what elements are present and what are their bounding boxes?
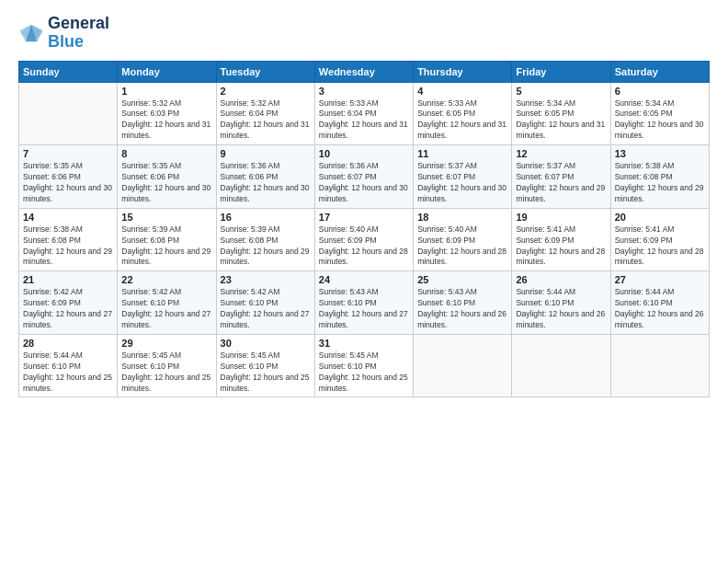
day-number: 8 [121,148,211,159]
weekday-header-tuesday: Tuesday [216,61,314,82]
day-number: 22 [121,274,211,285]
calendar-cell: 8Sunrise: 5:35 AMSunset: 6:06 PMDaylight… [118,145,216,209]
weekday-header-sunday: Sunday [19,61,118,82]
calendar-cell: 4Sunrise: 5:33 AMSunset: 6:05 PMDaylight… [414,82,512,145]
day-info: Sunrise: 5:43 AMSunset: 6:10 PMDaylight:… [417,287,507,331]
day-info: Sunrise: 5:45 AMSunset: 6:10 PMDaylight:… [221,350,311,395]
day-number: 5 [516,86,606,97]
day-number: 19 [516,212,606,223]
week-row-2: 7Sunrise: 5:35 AMSunset: 6:06 PMDaylight… [19,145,710,209]
calendar-cell: 11Sunrise: 5:37 AMSunset: 6:07 PMDayligh… [414,145,512,209]
day-info: Sunrise: 5:42 AMSunset: 6:10 PMDaylight:… [221,287,311,331]
calendar-cell: 15Sunrise: 5:39 AMSunset: 6:08 PMDayligh… [118,208,216,271]
week-row-4: 21Sunrise: 5:42 AMSunset: 6:09 PMDayligh… [19,271,710,335]
calendar-table: SundayMondayTuesdayWednesdayThursdayFrid… [18,61,710,398]
day-number: 21 [23,274,113,285]
day-number: 4 [417,86,507,97]
calendar-cell: 27Sunrise: 5:44 AMSunset: 6:10 PMDayligh… [610,271,709,335]
page: GeneralBlue SundayMondayTuesdayWednesday… [0,0,728,563]
weekday-header-row: SundayMondayTuesdayWednesdayThursdayFrid… [19,61,710,82]
weekday-header-friday: Friday [512,61,610,82]
logo-line1: General [48,15,109,33]
day-number: 25 [417,274,507,285]
day-number: 18 [417,212,507,223]
calendar-cell: 16Sunrise: 5:39 AMSunset: 6:08 PMDayligh… [216,208,314,271]
weekday-header-wednesday: Wednesday [314,61,413,82]
day-number: 7 [23,148,113,159]
day-number: 20 [615,212,705,223]
day-info: Sunrise: 5:39 AMSunset: 6:08 PMDaylight:… [221,224,311,269]
calendar-cell [414,334,512,397]
day-info: Sunrise: 5:45 AMSunset: 6:10 PMDaylight:… [121,350,211,395]
day-info: Sunrise: 5:41 AMSunset: 6:09 PMDaylight:… [516,224,606,269]
day-number: 28 [23,338,113,349]
day-info: Sunrise: 5:33 AMSunset: 6:05 PMDaylight:… [417,98,507,143]
calendar-cell: 22Sunrise: 5:42 AMSunset: 6:10 PMDayligh… [118,271,216,335]
week-row-3: 14Sunrise: 5:38 AMSunset: 6:08 PMDayligh… [19,208,710,271]
day-info: Sunrise: 5:42 AMSunset: 6:10 PMDaylight:… [121,287,211,331]
calendar-cell: 25Sunrise: 5:43 AMSunset: 6:10 PMDayligh… [414,271,512,335]
calendar-cell: 6Sunrise: 5:34 AMSunset: 6:05 PMDaylight… [610,82,709,145]
day-number: 23 [221,274,311,285]
day-number: 12 [516,148,606,159]
weekday-header-thursday: Thursday [414,61,512,82]
day-info: Sunrise: 5:36 AMSunset: 6:07 PMDaylight:… [319,161,409,205]
day-info: Sunrise: 5:32 AMSunset: 6:03 PMDaylight:… [121,98,211,143]
day-number: 3 [319,86,409,97]
header: GeneralBlue [18,15,710,52]
calendar-cell [610,334,709,397]
day-number: 27 [615,274,705,285]
day-number: 6 [615,86,705,97]
calendar-cell: 2Sunrise: 5:32 AMSunset: 6:04 PMDaylight… [216,82,314,145]
week-row-5: 28Sunrise: 5:44 AMSunset: 6:10 PMDayligh… [19,334,710,397]
day-info: Sunrise: 5:44 AMSunset: 6:10 PMDaylight:… [516,287,606,331]
calendar-cell: 9Sunrise: 5:36 AMSunset: 6:06 PMDaylight… [216,145,314,209]
logo-icon [18,23,44,43]
weekday-header-monday: Monday [118,61,216,82]
day-info: Sunrise: 5:45 AMSunset: 6:10 PMDaylight:… [319,350,409,395]
calendar-cell [512,334,610,397]
day-number: 9 [221,148,311,159]
day-info: Sunrise: 5:37 AMSunset: 6:07 PMDaylight:… [516,161,606,205]
logo-line2: Blue [48,33,109,52]
day-info: Sunrise: 5:40 AMSunset: 6:09 PMDaylight:… [319,224,409,269]
calendar-cell: 30Sunrise: 5:45 AMSunset: 6:10 PMDayligh… [216,334,314,397]
day-number: 30 [221,338,311,349]
day-info: Sunrise: 5:35 AMSunset: 6:06 PMDaylight:… [121,161,211,205]
day-number: 24 [319,274,409,285]
day-info: Sunrise: 5:44 AMSunset: 6:10 PMDaylight:… [615,287,705,331]
calendar-cell: 21Sunrise: 5:42 AMSunset: 6:09 PMDayligh… [19,271,118,335]
calendar-cell: 17Sunrise: 5:40 AMSunset: 6:09 PMDayligh… [314,208,413,271]
calendar-cell: 7Sunrise: 5:35 AMSunset: 6:06 PMDaylight… [19,145,118,209]
day-info: Sunrise: 5:39 AMSunset: 6:08 PMDaylight:… [121,224,211,269]
day-number: 16 [221,212,311,223]
calendar-cell: 20Sunrise: 5:41 AMSunset: 6:09 PMDayligh… [610,208,709,271]
calendar-cell: 23Sunrise: 5:42 AMSunset: 6:10 PMDayligh… [216,271,314,335]
day-number: 15 [121,212,211,223]
day-number: 10 [319,148,409,159]
day-info: Sunrise: 5:43 AMSunset: 6:10 PMDaylight:… [319,287,409,331]
day-number: 17 [319,212,409,223]
logo-text: GeneralBlue [48,15,109,52]
day-info: Sunrise: 5:44 AMSunset: 6:10 PMDaylight:… [23,350,113,395]
day-number: 1 [121,86,211,97]
day-number: 14 [23,212,113,223]
day-number: 2 [221,86,311,97]
calendar-cell: 31Sunrise: 5:45 AMSunset: 6:10 PMDayligh… [314,334,413,397]
calendar-cell: 12Sunrise: 5:37 AMSunset: 6:07 PMDayligh… [512,145,610,209]
day-info: Sunrise: 5:34 AMSunset: 6:05 PMDaylight:… [516,98,606,143]
calendar-cell: 18Sunrise: 5:40 AMSunset: 6:09 PMDayligh… [414,208,512,271]
calendar-cell: 14Sunrise: 5:38 AMSunset: 6:08 PMDayligh… [19,208,118,271]
calendar-cell: 24Sunrise: 5:43 AMSunset: 6:10 PMDayligh… [314,271,413,335]
logo: GeneralBlue [18,15,109,52]
calendar-cell: 3Sunrise: 5:33 AMSunset: 6:04 PMDaylight… [314,82,413,145]
calendar-cell [19,82,118,145]
day-info: Sunrise: 5:33 AMSunset: 6:04 PMDaylight:… [319,98,409,143]
calendar-cell: 1Sunrise: 5:32 AMSunset: 6:03 PMDaylight… [118,82,216,145]
weekday-header-saturday: Saturday [610,61,709,82]
day-info: Sunrise: 5:37 AMSunset: 6:07 PMDaylight:… [417,161,507,205]
calendar-cell: 26Sunrise: 5:44 AMSunset: 6:10 PMDayligh… [512,271,610,335]
calendar-cell: 10Sunrise: 5:36 AMSunset: 6:07 PMDayligh… [314,145,413,209]
day-info: Sunrise: 5:38 AMSunset: 6:08 PMDaylight:… [615,161,705,205]
day-info: Sunrise: 5:41 AMSunset: 6:09 PMDaylight:… [615,224,705,269]
